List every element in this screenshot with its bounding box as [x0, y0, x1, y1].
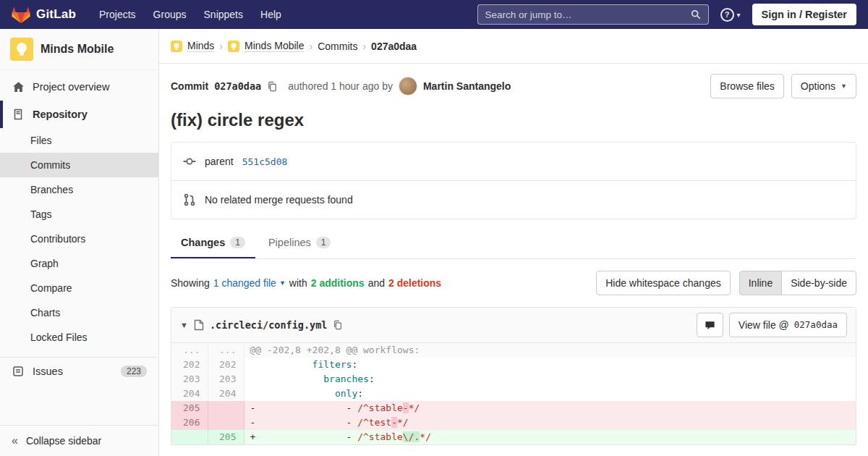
old-line-number[interactable]: 203 — [171, 372, 208, 387]
tab-pipelines-label: Pipelines — [268, 237, 311, 248]
old-line-number[interactable]: ... — [171, 343, 208, 358]
new-line-number[interactable]: 202 — [208, 358, 244, 372]
side-by-side-view-button[interactable]: Side-by-side — [781, 271, 856, 295]
breadcrumb-sha: 027a0daa — [371, 41, 417, 52]
options-label: Options — [801, 79, 835, 93]
diff-file-name[interactable]: .circleci/config.yml — [210, 319, 328, 331]
home-icon — [12, 80, 25, 93]
project-context-header[interactable]: Minds Mobile — [0, 29, 158, 70]
old-line-number[interactable]: 202 — [171, 358, 208, 372]
new-line-number[interactable]: ... — [208, 343, 244, 358]
view-mode-toggle: Inline Side-by-side — [739, 271, 856, 295]
diff-line-ctx: 204204 only: — [171, 387, 856, 401]
hide-whitespace-button[interactable]: Hide whitespace changes — [596, 271, 731, 295]
tab-changes-label: Changes — [181, 237, 225, 248]
new-line-number[interactable] — [208, 401, 244, 415]
sidebar-item-contributors[interactable]: Contributors — [0, 227, 158, 251]
new-line-number[interactable]: 205 — [208, 430, 244, 444]
help-menu[interactable]: ? ▾ — [720, 8, 741, 22]
old-line-number[interactable] — [171, 430, 208, 444]
sidebar-item-repository[interactable]: Repository — [0, 101, 158, 128]
project-name: Minds Mobile — [41, 43, 114, 56]
diff-file-actions: View file @ 027a0daa — [697, 313, 847, 337]
breadcrumb-separator: › — [219, 41, 223, 52]
diff-line-content: @@ -202,8 +202,8 @@ workflows: — [244, 343, 856, 358]
commit-tabs: Changes 1 Pipelines 1 — [171, 229, 856, 259]
gitlab-home-link[interactable]: GitLab — [12, 6, 76, 24]
search-input[interactable] — [485, 9, 691, 20]
sidebar-item-locked-files[interactable]: Locked Files — [0, 325, 158, 350]
changed-files-dropdown[interactable]: 1 changed file ▼ — [213, 277, 286, 289]
diff-line-add: 205+ - /^stable\/.*/ — [171, 430, 856, 444]
tab-pipelines[interactable]: Pipelines 1 — [258, 229, 341, 258]
commit-sha: 027a0daa — [214, 80, 261, 92]
brand-name: GitLab — [36, 7, 76, 22]
diff-file-header: ▼ .circleci/config.yml — [171, 308, 856, 343]
new-line-number[interactable]: 203 — [208, 372, 244, 387]
no-related-mr-text: No related merge requests found — [205, 194, 353, 206]
nav-projects[interactable]: Projects — [90, 0, 145, 29]
breadcrumb-group[interactable]: Minds — [187, 40, 214, 52]
chevron-down-icon: ▼ — [279, 279, 286, 287]
sidebar-item-compare[interactable]: Compare — [0, 276, 158, 300]
author-avatar[interactable] — [399, 77, 417, 96]
changes-count-badge: 1 — [230, 237, 245, 248]
sidebar-item-tags[interactable]: Tags — [0, 202, 158, 227]
view-file-button[interactable]: View file @ 027a0daa — [729, 313, 847, 337]
diff-line-del: 205- - /^stable-*/ — [171, 401, 856, 415]
browse-files-button[interactable]: Browse files — [710, 74, 783, 98]
sidebar-item-project-overview[interactable]: Project overview — [0, 73, 158, 101]
search-icon — [691, 9, 701, 20]
sidebar-item-branches[interactable]: Branches — [0, 177, 158, 202]
author-name[interactable]: Martin Santangelo — [423, 80, 511, 92]
tab-changes[interactable]: Changes 1 — [171, 229, 255, 258]
breadcrumb-project[interactable]: Minds Mobile — [244, 40, 304, 52]
related-mr-row: No related merge requests found — [171, 180, 856, 219]
search-box[interactable] — [477, 4, 709, 25]
comment-on-file-button[interactable] — [697, 313, 723, 337]
breadcrumb-commits[interactable]: Commits — [318, 41, 357, 52]
additions-count: 2 additions — [311, 277, 365, 289]
sidebar-item-files[interactable]: Files — [0, 128, 158, 153]
issues-count-badge: 223 — [121, 366, 147, 377]
old-line-number[interactable]: 206 — [171, 415, 208, 430]
showing-label: Showing — [171, 277, 210, 289]
collapse-sidebar-button[interactable]: « Collapse sidebar — [0, 425, 158, 456]
issues-icon — [12, 365, 25, 378]
commit-actions: Browse files Options ▼ — [710, 74, 856, 98]
with-label: with — [289, 277, 307, 289]
diff-line-del: 206- - /^test-*/ — [171, 415, 856, 430]
repository-submenu: Files Commits Branches Tags Contributors… — [0, 128, 158, 350]
collapse-diff-icon[interactable]: ▼ — [180, 321, 188, 329]
breadcrumb-separator: › — [362, 41, 366, 52]
copy-file-path-icon[interactable] — [333, 320, 343, 330]
nav-help[interactable]: Help — [252, 0, 290, 29]
diff-line-content: - - /^stable-*/ — [244, 401, 856, 415]
sidebar-item-graph[interactable]: Graph — [0, 251, 158, 276]
new-line-number[interactable] — [208, 415, 244, 430]
copy-sha-icon[interactable] — [267, 81, 278, 92]
sidebar-item-commits[interactable]: Commits — [0, 153, 158, 177]
view-file-label: View file @ — [739, 318, 789, 332]
inline-view-button[interactable]: Inline — [739, 271, 782, 295]
sidebar-item-label: Issues — [33, 366, 63, 377]
old-line-number[interactable]: 205 — [171, 401, 208, 415]
commit-meta-bar: Commit 027a0daa authored 1 hour ago by M… — [159, 64, 868, 98]
options-dropdown-button[interactable]: Options ▼ — [791, 74, 856, 98]
parent-sha-link[interactable]: 551c5d08 — [242, 156, 288, 167]
nav-snippets[interactable]: Snippets — [195, 0, 252, 29]
help-icon: ? — [720, 8, 734, 22]
authored-text: authored 1 hour ago by — [288, 80, 393, 92]
diff-line-content: only: — [244, 387, 856, 401]
sidebar-item-issues[interactable]: Issues 223 — [0, 357, 158, 385]
breadcrumb: Minds › Minds Mobile › Commits › 027a0da… — [159, 29, 868, 64]
sidebar-item-charts[interactable]: Charts — [0, 300, 158, 325]
pipelines-count-badge: 1 — [316, 237, 331, 248]
sign-in-button[interactable]: Sign in / Register — [752, 4, 856, 25]
new-line-number[interactable]: 204 — [208, 387, 244, 401]
old-line-number[interactable]: 204 — [171, 387, 208, 401]
commit-info-box: parent 551c5d08 No related merge request… — [171, 142, 856, 219]
comment-icon — [705, 320, 715, 331]
nav-groups[interactable]: Groups — [145, 0, 195, 29]
chevron-down-icon: ▼ — [841, 79, 847, 93]
